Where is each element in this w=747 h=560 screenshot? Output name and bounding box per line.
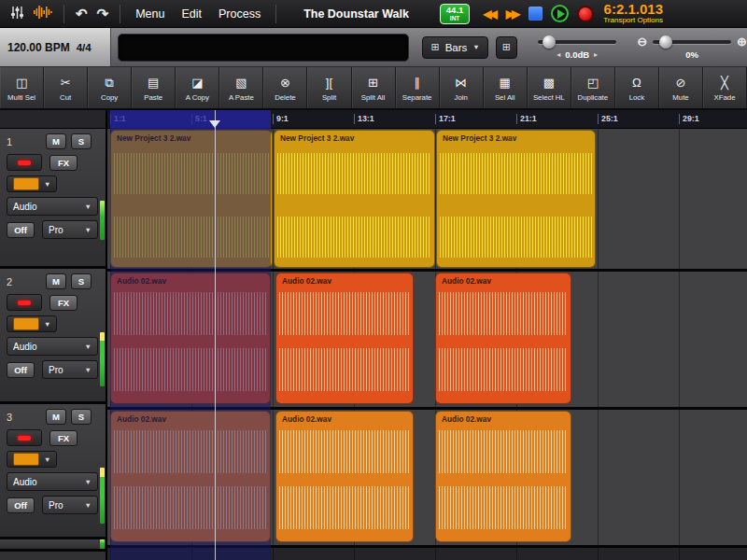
duplicate-button[interactable]: ◰Duplicate — [571, 67, 615, 108]
input-select[interactable]: Audio ▼ — [7, 197, 98, 216]
audio-clip[interactable]: New Project 3 2.wav — [436, 130, 596, 268]
duplicate-icon: ◰ — [587, 77, 599, 91]
paste-button[interactable]: ▤Paste — [132, 67, 176, 108]
join-icon: ⋈ — [455, 77, 467, 91]
cut-button[interactable]: ✂Cut — [44, 67, 88, 108]
input-value: Audio — [13, 202, 37, 212]
chevron-down-icon: ▼ — [85, 366, 92, 374]
playhead[interactable] — [215, 110, 216, 560]
track-color-button[interactable]: ▼ — [7, 175, 57, 192]
clip-name: Audio 02.wav — [276, 412, 413, 424]
play-button[interactable] — [551, 5, 569, 22]
grid-icon: ⊞ — [430, 41, 439, 53]
mute-icon: ⊘ — [676, 77, 686, 91]
join-button[interactable]: ⋈Join — [440, 67, 484, 108]
track-color-swatch — [13, 317, 39, 330]
cut-icon: ✂ — [61, 77, 71, 91]
playhead-marker-icon[interactable] — [209, 120, 220, 128]
track-solo-button[interactable]: S — [71, 273, 92, 289]
slider-knob[interactable] — [543, 35, 556, 49]
sample-rate-value: 44.1 — [446, 6, 464, 15]
clip-name: Audio 02.wav — [436, 412, 571, 424]
nudge-left-icon[interactable]: ◂ — [557, 51, 560, 59]
copy-button[interactable]: ⧉Copy — [88, 67, 132, 108]
edit-button[interactable]: Edit — [181, 7, 202, 21]
monitor-off-button[interactable]: Off — [7, 222, 35, 238]
audio-clip[interactable]: Audio 02.wav — [275, 411, 414, 542]
a-copy-icon: ◪ — [191, 77, 203, 91]
input-select[interactable]: Audio ▼ — [7, 337, 98, 356]
chevron-down-icon: ▼ — [85, 501, 92, 510]
time-display: 6:2.1.013 — [604, 2, 663, 18]
transport-options-link[interactable]: Transport Options — [603, 17, 663, 25]
fx-button[interactable]: FX — [49, 295, 78, 311]
edit-toolbar: ◫Multi Sel ✂Cut ⧉Copy ▤Paste ◪A Copy ▧A … — [0, 67, 747, 110]
track-solo-button[interactable]: S — [71, 409, 92, 425]
record-button[interactable] — [577, 6, 594, 22]
stop-button[interactable] — [529, 7, 543, 21]
split-button[interactable]: ][Split — [307, 67, 351, 108]
track-color-button[interactable]: ▼ — [7, 315, 57, 332]
track-mute-button[interactable]: M — [46, 133, 66, 149]
zoom-in-icon[interactable]: ⊕ — [737, 35, 747, 49]
menu-button[interactable]: Menu — [135, 7, 164, 21]
record-arm-button[interactable] — [7, 154, 42, 171]
monitor-off-button[interactable]: Off — [7, 497, 35, 513]
fx-button[interactable]: FX — [49, 155, 78, 171]
track-mute-button[interactable]: M — [46, 273, 66, 289]
input-select[interactable]: Audio ▼ — [7, 472, 98, 491]
mode-select[interactable]: Pro ▼ — [42, 220, 98, 239]
waveform-editor-icon[interactable] — [34, 6, 52, 21]
audio-clip[interactable]: Audio 02.wav — [435, 273, 571, 404]
input-value: Audio — [13, 477, 37, 487]
waveform — [439, 486, 568, 529]
snap-grid-button[interactable]: ⊞ — [496, 36, 517, 59]
fx-button[interactable]: FX — [49, 430, 78, 446]
waveform — [279, 486, 410, 529]
time-display-block[interactable]: 6:2.1.013 Transport Options — [603, 2, 663, 25]
tempo-panel[interactable]: 120.00 BPM 4/4 — [0, 28, 111, 66]
zoom-slider[interactable] — [653, 35, 731, 49]
mode-select[interactable]: Pro ▼ — [42, 496, 98, 514]
redo-icon[interactable]: ↷ — [97, 6, 109, 22]
mixer-icon[interactable] — [10, 6, 24, 22]
audio-clip[interactable]: Audio 02.wav — [275, 273, 414, 404]
mute-button[interactable]: ⊘Mute — [659, 67, 703, 108]
select-hl-button[interactable]: ▩Select HL — [528, 67, 571, 108]
fast-forward-button[interactable]: ▶▶ — [506, 7, 520, 21]
mode-select[interactable]: Pro ▼ — [42, 360, 98, 379]
split-all-button[interactable]: ⊞Split All — [352, 67, 396, 108]
nudge-right-icon[interactable]: ▸ — [594, 51, 598, 59]
slider-knob[interactable] — [659, 35, 672, 49]
waveform — [279, 430, 410, 473]
grid-mode-select[interactable]: ⊞ Bars ▼ — [422, 36, 487, 59]
track-header-4-partial — [0, 539, 106, 552]
rewind-button[interactable]: ◀◀ — [483, 7, 497, 21]
sample-rate-badge[interactable]: 44.1 INT — [440, 4, 471, 24]
process-button[interactable]: Process — [218, 7, 261, 21]
audio-clip[interactable]: Audio 02.wav — [435, 411, 571, 542]
sel-all-button[interactable]: ▦Sel All — [484, 67, 528, 108]
clip-name: Audio 02.wav — [276, 273, 413, 286]
delete-button[interactable]: ⊗Delete — [263, 67, 307, 108]
undo-icon[interactable]: ↶ — [76, 6, 88, 22]
monitor-off-button[interactable]: Off — [7, 362, 35, 378]
track-color-button[interactable]: ▼ — [7, 451, 57, 468]
ruler-mark: 17:1 — [435, 114, 456, 124]
multi-sel-button[interactable]: ◫Multi Sel — [0, 67, 44, 108]
track-mute-button[interactable]: M — [46, 409, 66, 425]
track-solo-button[interactable]: S — [71, 133, 92, 149]
record-arm-button[interactable] — [7, 294, 42, 311]
multi-sel-icon: ◫ — [16, 77, 27, 91]
separate-button[interactable]: ∥Separate — [396, 67, 440, 108]
xfade-button[interactable]: ╳XFade — [703, 67, 747, 108]
gain-slider[interactable] — [538, 35, 616, 49]
a-copy-button[interactable]: ◪A Copy — [176, 67, 219, 108]
zoom-out-icon[interactable]: ⊖ — [637, 35, 647, 49]
clip-name: Audio 02.wav — [436, 273, 571, 286]
audio-clip[interactable]: New Project 3 2.wav — [274, 130, 435, 268]
a-paste-button[interactable]: ▧A Paste — [219, 67, 263, 108]
record-arm-indicator — [18, 301, 31, 305]
record-arm-button[interactable] — [7, 429, 42, 446]
lock-button[interactable]: ΩLock — [615, 67, 659, 108]
